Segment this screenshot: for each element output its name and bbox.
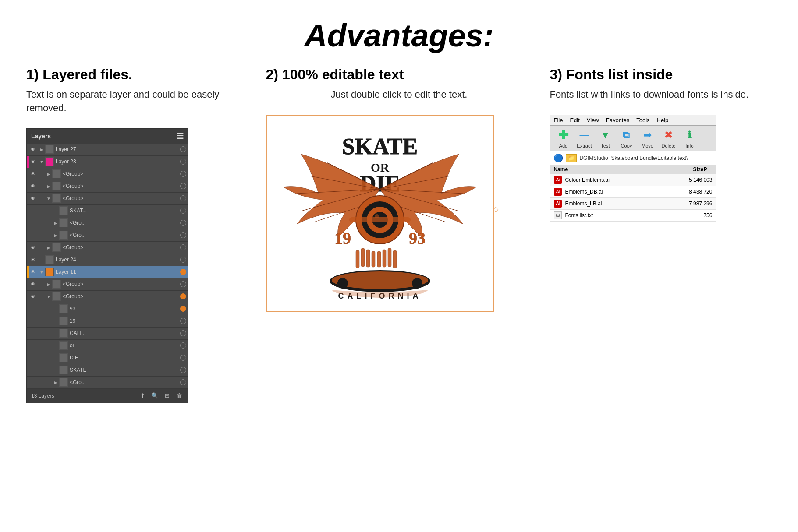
layer-row[interactable]: SKAT... [27,205,188,217]
layer-expand-arrow[interactable] [38,256,45,263]
fm-menu-item[interactable]: Edit [570,117,579,123]
layer-eye-icon[interactable]: 👁 [28,255,37,264]
layer-visibility-circle[interactable] [180,330,186,336]
layer-row[interactable]: ▶<Gro... [27,377,188,389]
fm-menu-item[interactable]: View [587,117,599,123]
layer-eye-icon[interactable] [28,366,37,374]
layer-expand-arrow[interactable]: ▶ [45,281,52,288]
fm-file-row[interactable]: AiEmblems_DB.ai8 438 720 [550,186,716,198]
layer-visibility-circle[interactable] [180,208,186,214]
layers-new-icon[interactable]: ⬆ [138,391,147,400]
layer-eye-icon[interactable]: 👁 [28,182,37,190]
layer-expand-arrow[interactable] [52,305,59,312]
layer-row[interactable]: or [27,340,188,352]
layer-row[interactable]: DIE [27,352,188,364]
layer-expand-arrow[interactable]: ▼ [45,195,52,202]
layer-expand-arrow[interactable]: ▶ [45,170,52,177]
layer-visibility-circle[interactable] [180,195,186,201]
layer-eye-icon[interactable]: 👁 [28,280,37,289]
layer-expand-arrow[interactable] [52,342,59,349]
layer-visibility-circle[interactable] [180,159,186,165]
fm-file-row[interactable]: txtFonts list.txt756 [550,210,716,222]
fm-menu-item[interactable]: File [553,117,563,123]
fm-tool-btn-copy[interactable]: ⧉Copy [617,128,636,148]
layer-eye-icon[interactable] [28,378,37,387]
fm-menu-item[interactable]: Help [657,117,669,123]
layer-expand-arrow[interactable]: ▶ [38,146,45,153]
layer-row[interactable]: 👁▶<Group> [27,278,188,291]
layer-eye-icon[interactable]: 👁 [28,268,37,276]
layer-eye-icon[interactable] [28,329,37,338]
fm-tool-btn-delete[interactable]: ✖Delete [659,128,678,148]
layer-visibility-circle[interactable] [180,367,186,373]
layer-row[interactable]: 👁▶<Group> [27,168,188,180]
layer-visibility-circle[interactable] [180,244,186,250]
layer-eye-icon[interactable] [28,206,37,215]
layer-eye-icon[interactable]: 👁 [28,243,37,252]
layer-eye-icon[interactable]: 👁 [28,194,37,203]
layer-visibility-circle[interactable] [180,183,186,189]
layer-row[interactable]: 👁▼<Group> [27,193,188,205]
layer-eye-icon[interactable] [28,231,37,240]
layer-row[interactable]: 93 [27,303,188,315]
fm-tool-btn-extract[interactable]: —Extract [575,128,594,148]
layer-expand-arrow[interactable] [52,330,59,337]
layer-visibility-circle[interactable] [180,293,186,299]
layer-visibility-circle[interactable] [180,146,186,152]
layer-expand-arrow[interactable]: ▶ [52,219,59,226]
layer-row[interactable]: 👁▼<Group> [27,291,188,303]
layers-menu-icon[interactable]: ☰ [177,131,184,141]
layer-expand-arrow[interactable] [52,207,59,214]
layer-row[interactable]: ▶<Gro... [27,229,188,242]
layer-eye-icon[interactable] [28,317,37,325]
layer-visibility-circle[interactable] [180,306,186,312]
layer-expand-arrow[interactable]: ▼ [38,268,45,275]
layer-eye-icon[interactable] [28,341,37,350]
layer-visibility-circle[interactable] [180,379,186,385]
layer-expand-arrow[interactable]: ▶ [52,379,59,386]
layer-expand-arrow[interactable]: ▶ [45,183,52,190]
layer-row[interactable]: 👁▶<Group> [27,242,188,254]
layer-visibility-circle[interactable] [180,220,186,226]
layer-eye-icon[interactable]: 👁 [28,292,37,301]
fm-tool-btn-info[interactable]: ℹInfo [680,128,699,148]
layers-delete-icon[interactable]: 🗑 [175,391,184,400]
layer-row[interactable]: SKATE [27,364,188,377]
layer-visibility-circle[interactable] [180,171,186,177]
layer-row[interactable]: CALI... [27,328,188,340]
layer-expand-arrow[interactable]: ▼ [45,293,52,300]
layer-eye-icon[interactable] [28,304,37,313]
layer-visibility-circle[interactable] [180,342,186,349]
layers-search-icon[interactable]: 🔍 [150,391,159,400]
fm-menu-item[interactable]: Tools [636,117,649,123]
layer-expand-arrow[interactable] [52,366,59,373]
layer-row[interactable]: 👁Layer 24 [27,254,188,266]
layer-row[interactable]: 👁▶Layer 27 [27,144,188,156]
layer-expand-arrow[interactable] [52,354,59,361]
layer-visibility-circle[interactable] [180,232,186,238]
layer-visibility-circle[interactable] [180,318,186,324]
layer-row[interactable]: 👁▼Layer 11 [27,266,188,278]
layer-visibility-circle[interactable] [180,281,186,287]
fm-tool-btn-add[interactable]: ✚Add [553,128,573,148]
layer-eye-icon[interactable]: 👁 [28,145,37,154]
layer-eye-icon[interactable]: 👁 [28,157,37,166]
layer-row[interactable]: 19 [27,315,188,328]
layer-expand-arrow[interactable]: ▼ [38,158,45,165]
fm-menu-item[interactable]: Favorites [606,117,629,123]
layer-eye-icon[interactable]: 👁 [28,169,37,178]
layers-options-icon[interactable]: ⊞ [163,391,171,400]
layer-expand-arrow[interactable]: ▶ [45,244,52,251]
layer-eye-icon[interactable] [28,353,37,362]
layer-visibility-circle[interactable] [180,257,186,263]
layer-expand-arrow[interactable]: ▶ [52,232,59,239]
layer-visibility-circle[interactable] [180,355,186,361]
layer-row[interactable]: 👁▼Layer 23 [27,156,188,168]
fm-tool-btn-test[interactable]: ▼Test [596,128,615,148]
layer-expand-arrow[interactable] [52,317,59,324]
fm-file-row[interactable]: AiEmblems_LB.ai7 987 296 [550,198,716,210]
fm-file-row[interactable]: AiColour Emblems.ai5 146 003 [550,174,716,186]
fm-tool-btn-move[interactable]: ➡Move [638,128,657,148]
layer-row[interactable]: ▶<Gro... [27,217,188,229]
layer-eye-icon[interactable] [28,218,37,227]
